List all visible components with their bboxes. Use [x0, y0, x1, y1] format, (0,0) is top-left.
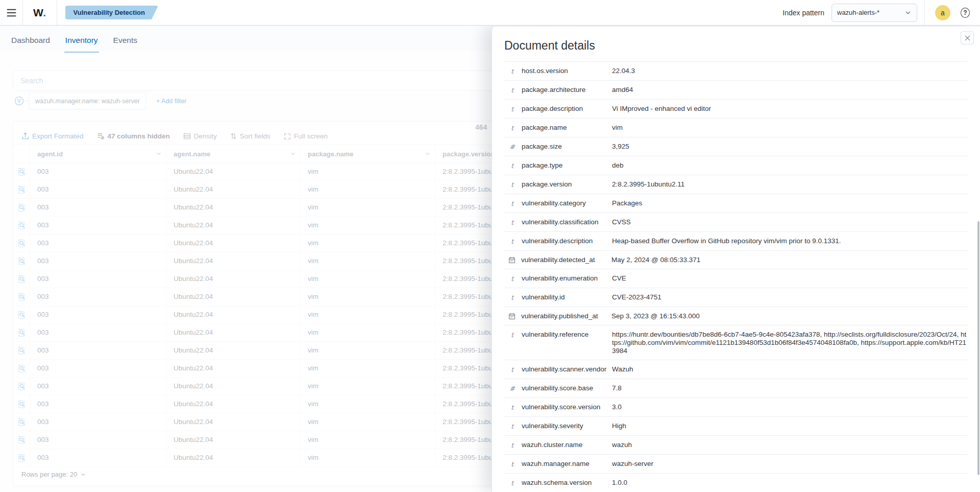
field-type-icon: t	[508, 86, 516, 95]
help-button[interactable]: ?	[958, 5, 973, 20]
field-value: May 2, 2024 @ 08:05:33.371	[611, 256, 968, 264]
field-value: 1.0.0	[612, 479, 968, 487]
field-value: Vi IMproved - enhanced vi editor	[612, 105, 968, 113]
field-row: t vulnerability.description Heap-based B…	[504, 232, 968, 251]
field-type-icon: t	[508, 162, 516, 170]
breadcrumb-badge[interactable]: Vulnerability Detection	[65, 6, 158, 19]
index-pattern-label: Index pattern	[782, 9, 824, 17]
tab-bar: Dashboard Inventory Events	[10, 32, 138, 53]
field-name: vulnerability.score.base	[522, 384, 612, 392]
field-type-icon: t	[508, 238, 516, 246]
field-row: t wazuh.manager.name wazuh-server	[504, 455, 968, 474]
field-name: wazuh.schema.version	[522, 479, 612, 487]
field-value: High	[612, 422, 968, 430]
field-type-icon: t	[508, 219, 516, 227]
field-value: amd64	[612, 86, 968, 94]
top-header: W. Vulnerability Detection Index pattern…	[0, 0, 980, 26]
field-type-icon: t	[508, 404, 516, 412]
flyout-title: Document details	[504, 39, 968, 53]
field-value: 22.04.3	[612, 67, 968, 75]
field-type-icon: t	[508, 105, 516, 113]
field-row: vulnerability.published_at Sep 3, 2023 @…	[504, 307, 968, 325]
field-type-icon: t	[508, 441, 516, 450]
field-row: vulnerability.detected_at May 2, 2024 @ …	[504, 251, 968, 269]
menu-button[interactable]	[0, 1, 22, 25]
field-row: t vulnerability.reference https://huntr.…	[504, 325, 968, 360]
field-name: vulnerability.category	[522, 199, 612, 207]
field-value: Packages	[612, 199, 968, 207]
field-name: package.version	[522, 180, 612, 189]
close-icon	[964, 35, 971, 41]
field-row: t package.type deb	[504, 156, 968, 175]
field-list: t host.os.version 22.04.3 t package.arch…	[504, 61, 968, 492]
field-name: wazuh.manager.name	[522, 460, 612, 468]
field-row: t vulnerability.score.version 3.0	[504, 398, 968, 417]
field-value: Wazuh	[612, 365, 968, 373]
field-type-icon: #	[508, 385, 516, 393]
logo-letter: W	[33, 7, 43, 18]
page-scrollbar[interactable]	[977, 221, 979, 475]
field-name: wazuh.cluster.name	[522, 441, 612, 449]
field-row: t host.os.version 22.04.3	[504, 62, 968, 81]
field-name: package.size	[522, 143, 612, 151]
field-type-icon: t	[508, 423, 516, 431]
field-name: vulnerability.description	[522, 237, 612, 245]
field-row: # package.size 3,925	[504, 137, 968, 156]
tab-inventory[interactable]: Inventory	[64, 32, 99, 53]
field-value: deb	[612, 161, 968, 170]
field-row: t vulnerability.severity High	[504, 417, 968, 436]
header-divider	[57, 1, 57, 25]
field-name: vulnerability.classification	[522, 218, 612, 226]
document-details-flyout: Document details t host.os.version 22.04…	[492, 26, 980, 492]
index-pattern-value: wazuh-alerts-*	[837, 9, 879, 16]
field-value: CVE	[612, 274, 968, 283]
field-value: 7.8	[612, 384, 968, 392]
tab-dashboard[interactable]: Dashboard	[10, 32, 51, 53]
app-logo[interactable]: W.	[23, 7, 57, 19]
field-row: t vulnerability.category Packages	[504, 194, 968, 213]
field-name: vulnerability.id	[522, 293, 612, 301]
app-root: W. Vulnerability Detection Index pattern…	[0, 0, 980, 492]
field-name: vulnerability.reference	[522, 331, 612, 339]
field-type-icon: t	[508, 200, 516, 208]
field-row: t package.version 2:8.2.3995-1ubuntu2.11	[504, 175, 968, 194]
field-row: t vulnerability.classification CVSS	[504, 213, 968, 232]
field-row: t wazuh.cluster.name wazuh	[504, 436, 968, 455]
field-type-icon: t	[508, 275, 516, 283]
field-value: 3.0	[612, 403, 968, 411]
header-divider	[924, 1, 925, 25]
field-value: wazuh-server	[612, 460, 968, 468]
help-icon: ?	[961, 8, 970, 18]
calendar-icon	[508, 313, 516, 320]
field-type-icon: t	[508, 331, 516, 339]
field-value: 3,925	[612, 143, 968, 151]
field-value: vim	[612, 124, 968, 132]
field-row: # vulnerability.score.base 7.8	[504, 379, 968, 398]
field-name: vulnerability.severity	[522, 422, 612, 430]
user-avatar[interactable]: a	[935, 5, 950, 20]
field-value: https://huntr.dev/bounties/db7be8d6-6cb7…	[612, 331, 968, 355]
field-name: vulnerability.enumeration	[522, 274, 612, 283]
field-value: CVE-2023-4751	[612, 293, 968, 301]
index-pattern-select[interactable]: wazuh-alerts-*	[831, 4, 917, 22]
chevron-down-icon	[904, 9, 912, 16]
field-name: vulnerability.published_at	[521, 312, 611, 320]
field-name: package.name	[522, 124, 612, 132]
field-value: CVSS	[612, 218, 968, 226]
field-value: wazuh	[612, 441, 968, 449]
hamburger-icon	[7, 9, 16, 17]
field-row: t wazuh.schema.version 1.0.0	[504, 474, 968, 492]
field-name: vulnerability.scanner.vendor	[522, 365, 612, 373]
field-type-icon: t	[508, 67, 516, 76]
field-value: Sep 3, 2023 @ 16:15:43.000	[611, 312, 968, 320]
header-right: Index pattern wazuh-alerts-* a ?	[782, 1, 980, 25]
tab-events[interactable]: Events	[112, 32, 138, 53]
field-row: t package.architecture amd64	[504, 81, 968, 100]
field-name: vulnerability.score.version	[522, 403, 612, 411]
field-type-icon: t	[508, 294, 516, 302]
close-button[interactable]	[961, 31, 974, 44]
field-type-icon: t	[508, 366, 516, 374]
field-name: package.description	[522, 105, 612, 113]
field-row: t vulnerability.enumeration CVE	[504, 269, 968, 288]
field-type-icon: t	[508, 479, 516, 487]
